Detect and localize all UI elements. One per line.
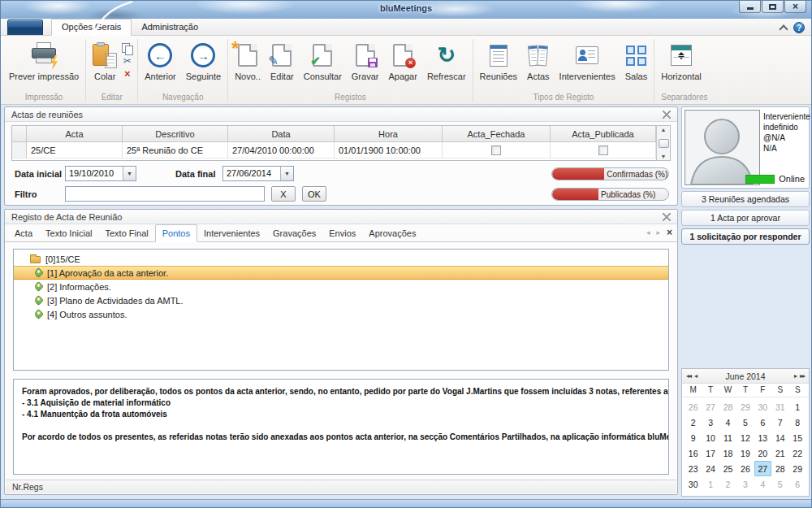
calendar-day[interactable]: 13	[754, 430, 771, 445]
calendar-day[interactable]: 8	[788, 415, 806, 430]
consultar-button[interactable]: ✔ Consultar	[299, 39, 347, 82]
calendar-prev-month-icon[interactable]: ◂	[694, 372, 697, 380]
scrollbar-thumb[interactable]	[659, 139, 669, 148]
salas-button[interactable]: Salas	[620, 39, 653, 82]
registo-tab[interactable]: Acta	[8, 225, 39, 241]
tree-item[interactable]: [1] Aprovação da acta anterior.	[14, 266, 668, 280]
anterior-button[interactable]: ← Anterior	[140, 39, 181, 82]
intervenientes-button[interactable]: Intervenientes	[555, 39, 620, 82]
gravar-button[interactable]: Gravar	[347, 39, 384, 82]
calendar-day[interactable]: 17	[702, 445, 719, 461]
column-header-data[interactable]: Data	[228, 126, 335, 142]
registo-tab[interactable]: Gravações	[266, 225, 322, 241]
row-selector-cell[interactable]	[12, 142, 27, 158]
grid-data-row[interactable]: 25/CE 25ª Reunião do CE 27/04/2010 00:00…	[12, 142, 656, 158]
minimize-button[interactable]	[739, 1, 761, 13]
filtro-input[interactable]	[65, 186, 265, 202]
calendar-day[interactable]: 29	[788, 461, 806, 476]
tab-scroll-right-icon[interactable]: ▸	[656, 228, 660, 237]
prever-impressao-button[interactable]: Prever impressão	[4, 39, 84, 82]
calendar-prev-year-icon[interactable]: ◂◂	[686, 372, 691, 380]
application-menu-button[interactable]	[7, 20, 43, 35]
editar-button[interactable]: ✎ Editar	[266, 39, 299, 82]
novo-button[interactable]: * Novo..	[230, 39, 266, 82]
column-header-acta-publicada[interactable]: Acta_Publicada	[551, 126, 656, 142]
grid-vertical-scrollbar[interactable]: ▲ ▼	[656, 126, 670, 160]
calendar-day[interactable]: 4	[754, 476, 771, 492]
apagar-button[interactable]: × Apagar	[383, 39, 421, 82]
tree-item[interactable]: [2] Informações.	[14, 280, 668, 293]
ok-filter-button[interactable]: OK	[302, 186, 326, 202]
restore-button[interactable]	[762, 1, 784, 13]
panel-expand-icon[interactable]	[663, 213, 671, 221]
calendar-day[interactable]: 25	[719, 461, 736, 476]
registo-tab[interactable]: Texto Inicial	[39, 225, 98, 241]
collapse-ribbon-icon[interactable]	[779, 24, 788, 33]
calendar-day[interactable]: 29	[736, 399, 754, 415]
panel-expand-icon[interactable]	[663, 111, 671, 119]
calendar-day[interactable]: 15	[788, 430, 806, 445]
calendar-day[interactable]: 27	[702, 399, 719, 415]
calendar-day[interactable]: 30	[754, 399, 771, 415]
data-inicial-combobox[interactable]: 19/10/2010 ▼	[65, 166, 136, 181]
tree-item[interactable]: [4] Outros assuntos.	[14, 307, 668, 321]
sidebar-notification-button[interactable]: 1 solicitação por responder	[681, 228, 810, 245]
dropdown-icon[interactable]: ▼	[280, 167, 293, 180]
copy-icon[interactable]	[122, 43, 132, 54]
colar-button[interactable]: Colar	[88, 39, 122, 82]
column-header-acta[interactable]: Acta	[27, 126, 123, 142]
column-header-descritivo[interactable]: Descritivo	[123, 126, 228, 142]
reunioes-button[interactable]: Reuniões	[475, 39, 522, 82]
calendar-day[interactable]: 30	[685, 476, 702, 492]
calendar-day[interactable]: 4	[719, 415, 736, 430]
close-button[interactable]: ×	[784, 1, 806, 13]
sidebar-notification-button[interactable]: 3 Reuniões agendadas	[681, 191, 810, 207]
calendar-month-title[interactable]: June 2014	[700, 371, 791, 381]
calendar-day[interactable]: 9	[685, 430, 702, 445]
calendar-day[interactable]: 6	[754, 415, 771, 430]
calendar-day[interactable]: 27	[754, 461, 771, 476]
tab-opcoes-gerais[interactable]: Opções Gerais	[51, 19, 132, 36]
calendar-day[interactable]: 19	[736, 445, 754, 461]
registo-tab[interactable]: Aprovações	[362, 225, 422, 241]
delete-x-icon[interactable]: ×	[124, 68, 131, 79]
tree-item[interactable]: [3] Plano de Actividades da AMTL.	[14, 293, 668, 307]
calendar-next-month-icon[interactable]: ▸	[794, 372, 797, 380]
calendar-day[interactable]: 28	[771, 461, 788, 476]
scroll-down-icon[interactable]: ▼	[661, 154, 667, 159]
calendar-day[interactable]: 6	[788, 476, 806, 492]
dropdown-icon[interactable]: ▼	[123, 167, 136, 180]
tab-administracao[interactable]: Administração	[132, 20, 208, 35]
horizontal-button[interactable]: Horizontal	[656, 39, 706, 82]
data-final-combobox[interactable]: 27/06/2014 ▼	[222, 166, 294, 181]
calendar-day[interactable]: 7	[771, 415, 788, 430]
calendar-day[interactable]: 14	[771, 430, 788, 445]
calendar-day[interactable]: 10	[702, 430, 719, 445]
calendar-day[interactable]: 26	[736, 461, 754, 476]
calendar-day[interactable]: 1	[702, 476, 719, 492]
calendar-day[interactable]: 23	[685, 461, 702, 476]
calendar-day[interactable]: 5	[736, 415, 754, 430]
clear-filter-button[interactable]: X	[271, 186, 296, 202]
calendar-day[interactable]: 5	[771, 476, 788, 492]
calendar-day[interactable]: 21	[771, 445, 788, 461]
calendar-day[interactable]: 31	[771, 399, 788, 415]
calendar-day[interactable]: 2	[719, 476, 736, 492]
calendar-day[interactable]: 22	[788, 445, 806, 461]
calendar-day[interactable]: 16	[685, 445, 702, 461]
calendar-day[interactable]: 20	[754, 445, 771, 461]
acta-fechada-checkbox[interactable]	[491, 145, 501, 155]
refrescar-button[interactable]: ↻ Refrescar	[422, 39, 471, 82]
scroll-up-icon[interactable]: ▲	[661, 127, 667, 132]
sidebar-notification-button[interactable]: 1 Acta por aprovar	[681, 210, 810, 226]
calendar-day[interactable]: 12	[736, 430, 754, 445]
column-header-hora[interactable]: Hora	[335, 126, 443, 142]
calendar-day[interactable]: 11	[719, 430, 736, 445]
tab-scroll-left-icon[interactable]: ◂	[646, 228, 650, 237]
calendar-day[interactable]: 18	[719, 445, 736, 461]
calendar-day[interactable]: 24	[702, 461, 719, 476]
calendar-day[interactable]: 3	[736, 476, 754, 492]
tab-close-icon[interactable]: ×	[667, 228, 672, 237]
calendar-day[interactable]: 28	[719, 399, 736, 415]
acta-publicada-checkbox[interactable]	[598, 145, 608, 155]
